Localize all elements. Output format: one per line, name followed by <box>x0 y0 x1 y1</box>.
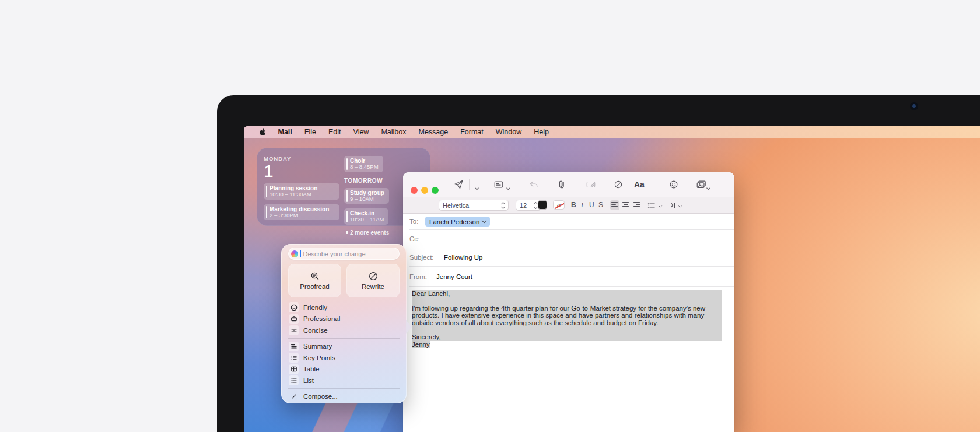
reply-icon <box>528 179 539 190</box>
format-icon[interactable]: Aa <box>634 180 645 189</box>
font-family-select[interactable]: Helvetica <box>439 200 509 211</box>
align-center-button[interactable] <box>621 200 631 210</box>
smiley-icon <box>290 304 298 311</box>
apple-logo-icon <box>259 128 266 136</box>
menu-item-format[interactable]: Format <box>454 126 490 138</box>
body-greeting: Dear Lanchi, <box>412 290 722 297</box>
rewrite-button[interactable]: Rewrite <box>346 264 400 297</box>
menu-bar: Mail File Edit View Mailbox Message Form… <box>244 126 980 138</box>
to-label: To: <box>410 218 418 225</box>
option-list[interactable]: List <box>288 375 400 386</box>
table-icon <box>290 365 298 372</box>
popup-divider <box>288 388 400 389</box>
event-check-in[interactable]: Check-in 10:30 – 11AM <box>344 208 388 225</box>
recipient-pill[interactable]: Lanchi Pederson <box>425 217 490 227</box>
body-paragraph: I'm following up regarding the 4th quart… <box>412 305 722 326</box>
option-concise[interactable]: Concise <box>288 325 400 336</box>
menu-item-mail[interactable]: Mail <box>272 126 298 138</box>
bold-button[interactable]: B <box>571 201 576 209</box>
compose-pencil-icon <box>290 393 298 400</box>
option-friendly[interactable]: Friendly <box>288 302 400 313</box>
send-menu-chevron-icon[interactable] <box>474 183 480 189</box>
attach-icon[interactable] <box>556 179 567 190</box>
option-compose[interactable]: Compose... <box>288 391 400 403</box>
option-professional[interactable]: Professional <box>288 313 400 325</box>
markup-icon <box>586 179 596 190</box>
event-planning-session[interactable]: Planning session 10:30 – 11:30AM <box>264 183 340 200</box>
rewrite-pencil-icon <box>369 271 378 281</box>
describe-change-field[interactable] <box>288 248 400 260</box>
event-choir[interactable]: Choir 8 – 8:45PM <box>344 156 383 172</box>
summary-icon <box>290 343 298 350</box>
menu-item-file[interactable]: File <box>298 126 322 138</box>
text-caret <box>300 250 301 257</box>
body-signature: Jenny <box>412 341 430 348</box>
header-fields-chevron-icon[interactable] <box>506 183 511 189</box>
proofread-magnifier-icon <box>310 271 320 281</box>
to-field-row[interactable]: To: Lanchi Pederson <box>403 213 734 230</box>
align-left-button[interactable] <box>610 200 620 210</box>
display-camera <box>910 102 918 110</box>
header-fields-icon[interactable] <box>494 179 504 190</box>
message-body[interactable]: Dear Lanchi, I'm following up regarding … <box>412 290 722 348</box>
cc-field-row[interactable]: Cc: <box>403 230 734 248</box>
highlight-color-button[interactable]: a <box>553 200 565 210</box>
widget-day-number: 1 <box>264 162 340 180</box>
mail-toolbar: Aa <box>403 172 734 197</box>
writing-tools-popup: Proofread Rewrite Friendly Professional … <box>281 244 407 403</box>
list-style-chevron-icon[interactable] <box>658 203 663 210</box>
zoom-button[interactable] <box>432 187 439 194</box>
indent-button[interactable] <box>667 201 676 210</box>
emoji-icon[interactable] <box>668 179 679 190</box>
photo-browser-icon[interactable] <box>696 179 706 190</box>
option-summary[interactable]: Summary <box>288 341 400 353</box>
cc-label: Cc: <box>410 235 419 242</box>
list-style-button[interactable] <box>648 201 656 210</box>
text-color-swatch[interactable] <box>538 200 547 210</box>
writing-tools-icon[interactable] <box>613 179 624 190</box>
from-field-row[interactable]: From: Jenny Court <box>403 267 734 287</box>
align-right-button[interactable] <box>632 200 642 210</box>
font-size-stepper-icon <box>534 203 537 208</box>
font-family-stepper-icon <box>502 203 505 208</box>
body-closing: Sincerely, <box>412 333 722 340</box>
option-table[interactable]: Table <box>288 364 400 375</box>
bullet-list-icon <box>290 354 298 361</box>
menu-item-help[interactable]: Help <box>528 126 555 138</box>
menu-item-edit[interactable]: Edit <box>322 126 347 138</box>
close-button[interactable] <box>411 187 418 194</box>
mail-compose-window: Aa Helvetica 12 a B I <box>403 172 734 432</box>
menu-item-message[interactable]: Message <box>412 126 454 138</box>
menu-item-mailbox[interactable]: Mailbox <box>375 126 412 138</box>
apple-menu[interactable] <box>253 128 272 136</box>
toolbar-separator <box>469 179 470 190</box>
from-label: From: <box>410 273 427 280</box>
event-study-group[interactable]: Study group 9 – 10AM <box>344 188 389 204</box>
strikethrough-button[interactable]: S <box>598 201 603 209</box>
widget-day-label: MONDAY <box>264 155 340 162</box>
send-icon[interactable] <box>453 179 464 190</box>
subject-label: Subject: <box>410 254 434 261</box>
briefcase-icon <box>290 315 298 322</box>
recipient-chevron-icon <box>482 218 487 223</box>
underline-button[interactable]: U <box>589 201 594 209</box>
photo-browser-chevron-icon[interactable] <box>706 183 711 189</box>
from-value: Jenny Court <box>436 273 473 280</box>
italic-button[interactable]: I <box>581 201 583 210</box>
apple-intelligence-icon <box>291 250 298 257</box>
menu-item-view[interactable]: View <box>347 126 375 138</box>
subject-field-row[interactable]: Subject: Following Up <box>403 248 734 267</box>
popup-divider <box>288 338 400 339</box>
subject-value: Following Up <box>444 254 482 261</box>
option-key-points[interactable]: Key Points <box>288 352 400 364</box>
indent-chevron-icon[interactable] <box>678 203 682 210</box>
minimize-button[interactable] <box>421 187 428 194</box>
concise-icon <box>290 327 298 334</box>
describe-change-input[interactable] <box>302 250 396 258</box>
menu-item-window[interactable]: Window <box>489 126 527 138</box>
screenshot-canvas: Mail File Edit View Mailbox Message Form… <box>0 0 980 432</box>
format-bar: Helvetica 12 a B I U S <box>403 197 734 214</box>
proofread-button[interactable]: Proofread <box>288 264 341 297</box>
event-marketing-discussion[interactable]: Marketing discussion 2 – 3:30PM <box>264 204 340 221</box>
list-icon <box>290 377 298 384</box>
